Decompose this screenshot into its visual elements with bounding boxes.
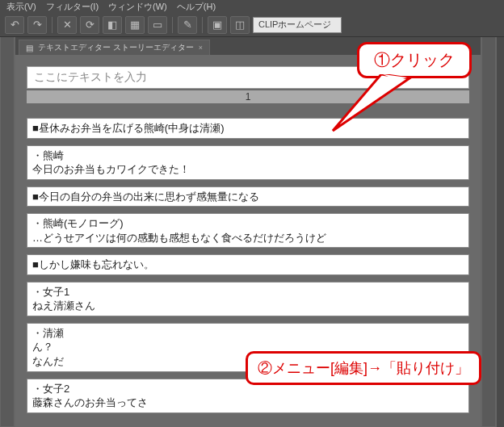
- right-panel-edge: [496, 37, 504, 427]
- close-icon[interactable]: ×: [199, 44, 203, 52]
- frame2-icon[interactable]: ◫: [230, 16, 250, 34]
- list-item[interactable]: ■しかし嫌味も忘れない。: [27, 254, 469, 275]
- list-item[interactable]: ・熊崎(モノローグ) …どうせアイツは何の感動も感想もなく食べるだけだろうけど: [27, 213, 469, 248]
- annotation-click-label: ①クリック: [357, 42, 472, 78]
- toolbar-sep: [202, 17, 203, 33]
- toolbar: ↶ ↷ ✕ ⟳ ◧ ▦ ▭ ✎ ▣ ◫ CLIPホームページ: [0, 13, 504, 37]
- list-item[interactable]: ・熊崎 今日のお弁当もカワイクできた！: [27, 145, 469, 180]
- tool-icon-b[interactable]: ▦: [125, 16, 145, 34]
- left-dock: [0, 37, 15, 427]
- list-item[interactable]: ・女子1 ねえ清瀬さん: [27, 282, 469, 316]
- right-dock: [481, 37, 496, 427]
- pen-icon[interactable]: ✎: [178, 16, 197, 34]
- menu-help[interactable]: ヘルプ(H): [177, 1, 216, 13]
- menu-filter[interactable]: フィルター(I): [46, 1, 99, 13]
- reload-icon[interactable]: ⟳: [80, 16, 99, 34]
- frame-icon[interactable]: ▣: [208, 16, 227, 34]
- tool-icon-c[interactable]: ▭: [148, 16, 167, 34]
- toolbar-sep: [172, 17, 173, 33]
- clear-icon[interactable]: ✕: [57, 16, 77, 34]
- menubar: 表示(V) フィルター(I) ウィンドウ(W) ヘルプ(H): [0, 0, 504, 13]
- tab-label: テキストエディター ストーリーエディター: [38, 42, 194, 53]
- undo-icon[interactable]: ↶: [5, 16, 24, 34]
- svg-marker-0: [333, 74, 410, 131]
- list-item[interactable]: ■今日の自分の弁当の出来に思わず感無量になる: [27, 186, 469, 207]
- menu-view[interactable]: 表示(V): [6, 1, 36, 13]
- menu-window[interactable]: ウィンドウ(W): [108, 1, 167, 13]
- annotation-click: ①クリック: [357, 42, 472, 78]
- toolbar-sep: [52, 17, 52, 33]
- speech-tail-icon: [325, 74, 414, 139]
- tab-story-editor[interactable]: ▤ テキストエディター ストーリーエディター ×: [19, 40, 210, 55]
- url-field[interactable]: CLIPホームページ: [253, 17, 342, 33]
- url-field-text: CLIPホームページ: [258, 19, 331, 31]
- tool-icon-a[interactable]: ◧: [103, 16, 122, 34]
- file-icon: ▤: [26, 44, 33, 52]
- annotation-paste: ②メニュー[編集]→「貼り付け」: [246, 351, 481, 385]
- redo-icon[interactable]: ↷: [27, 16, 47, 34]
- annotation-paste-label: ②メニュー[編集]→「貼り付け」: [246, 351, 481, 385]
